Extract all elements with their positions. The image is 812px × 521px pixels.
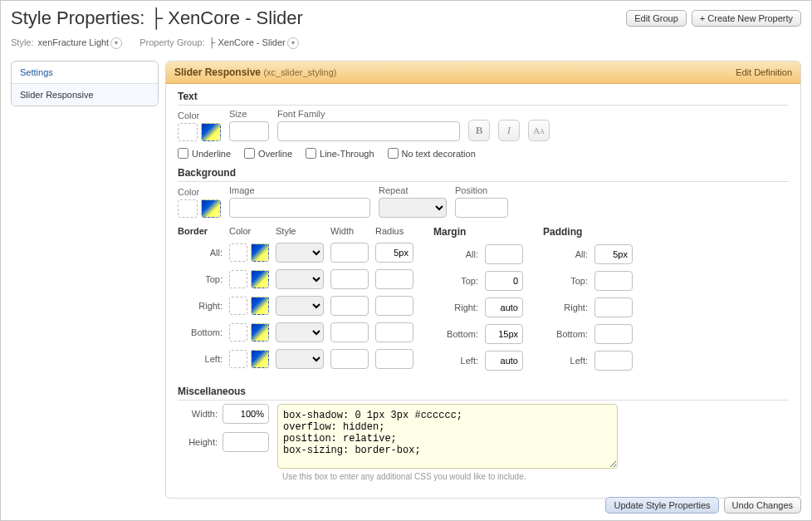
main-panel: Slider Responsive (xc_slider_styling) Ed… — [165, 61, 801, 499]
margin-all-input[interactable] — [485, 244, 523, 264]
smallcaps-button[interactable]: AA — [528, 120, 550, 141]
border-right-width[interactable] — [330, 296, 369, 316]
group-value[interactable]: ├ XenCore - Slider▾ — [209, 37, 299, 47]
bg-repeat-select[interactable] — [379, 198, 447, 218]
sidebar: Settings Slider Responsive — [11, 61, 159, 106]
bg-position-input[interactable] — [455, 198, 508, 218]
border-bottom-color[interactable] — [229, 323, 247, 342]
margin-left-input[interactable] — [485, 351, 523, 371]
misc-heading: Miscellaneous — [178, 386, 789, 401]
height-input[interactable] — [223, 432, 269, 452]
bg-image-label: Image — [229, 185, 370, 195]
border-all-radius[interactable] — [375, 243, 413, 263]
padding-bottom-input[interactable] — [594, 324, 633, 344]
margin-top-input[interactable] — [485, 271, 523, 291]
border-bottom-label: Bottom: — [178, 327, 223, 337]
padding-right-input[interactable] — [594, 297, 633, 317]
border-right-radius[interactable] — [375, 296, 413, 316]
bg-color-swatch[interactable] — [178, 199, 198, 218]
chevron-down-icon[interactable]: ▾ — [110, 37, 122, 49]
color-picker-icon[interactable] — [201, 123, 221, 141]
color-picker-icon[interactable] — [251, 243, 269, 262]
border-top-color[interactable] — [229, 270, 247, 288]
padding-all-label: All: — [543, 249, 588, 259]
border-all-style[interactable] — [276, 243, 324, 263]
create-property-button[interactable]: + Create New Property — [692, 10, 801, 27]
font-family-input[interactable] — [277, 121, 460, 141]
group-label: Property Group: — [139, 37, 204, 47]
no-decoration-checkbox[interactable]: No text decoration — [388, 148, 476, 159]
margin-bottom-input[interactable] — [485, 324, 523, 344]
panel-title: Slider Responsive — [174, 66, 261, 78]
border-all-color[interactable] — [229, 243, 247, 262]
border-right-label: Right: — [178, 301, 223, 311]
border-radius-hdr: Radius — [375, 226, 413, 236]
update-button[interactable]: Update Style Properties — [605, 497, 718, 514]
margin-all-label: All: — [433, 249, 478, 259]
width-input[interactable] — [223, 404, 269, 424]
linethrough-checkbox[interactable]: Line-Through — [306, 148, 374, 159]
undo-button[interactable]: Undo Changes — [724, 497, 801, 514]
margin-heading: Margin — [433, 226, 466, 238]
bg-color-label: Color — [178, 187, 221, 197]
margin-right-label: Right: — [433, 302, 478, 312]
panel-slug: (xc_slider_styling) — [263, 67, 336, 77]
border-left-width[interactable] — [330, 349, 369, 369]
background-heading: Background — [178, 167, 789, 182]
style-label: Style: — [11, 37, 34, 47]
height-label: Height: — [178, 437, 218, 447]
overline-checkbox[interactable]: Overline — [244, 148, 292, 159]
color-picker-icon[interactable] — [251, 323, 269, 342]
text-color-swatch[interactable] — [178, 123, 198, 141]
edit-group-button[interactable]: Edit Group — [626, 10, 687, 27]
bg-repeat-label: Repeat — [379, 185, 447, 195]
bg-image-input[interactable] — [229, 198, 370, 218]
border-top-radius[interactable] — [375, 269, 413, 289]
bold-button[interactable]: B — [468, 120, 490, 141]
border-all-label: All: — [178, 248, 223, 258]
padding-left-input[interactable] — [594, 351, 633, 371]
color-picker-icon[interactable] — [251, 297, 269, 315]
border-bottom-radius[interactable] — [375, 322, 413, 342]
margin-left-label: Left: — [433, 356, 478, 366]
padding-all-input[interactable] — [594, 244, 633, 264]
chevron-down-icon[interactable]: ▾ — [287, 37, 299, 49]
border-left-style[interactable] — [276, 349, 324, 369]
text-size-input[interactable] — [229, 121, 269, 141]
italic-button[interactable]: I — [498, 120, 520, 141]
edit-definition-link[interactable]: Edit Definition — [736, 67, 792, 77]
margin-bottom-label: Bottom: — [433, 329, 478, 339]
margin-right-input[interactable] — [485, 297, 523, 317]
width-label: Width: — [178, 409, 218, 419]
breadcrumb: Style: xenFracture Light▾ Property Group… — [1, 32, 811, 61]
border-right-color[interactable] — [229, 297, 247, 315]
border-bottom-width[interactable] — [330, 322, 369, 342]
style-value[interactable]: xenFracture Light▾ — [38, 37, 123, 47]
sidebar-item-slider-responsive[interactable]: Slider Responsive — [12, 84, 158, 106]
css-hint: Use this box to enter any additional CSS… — [282, 472, 789, 481]
page-title: Style Properties: ├ XenCore - Slider — [11, 7, 303, 29]
sidebar-item-settings[interactable]: Settings — [12, 61, 158, 84]
padding-top-input[interactable] — [594, 271, 633, 291]
border-right-style[interactable] — [276, 296, 324, 316]
extra-css-textarea[interactable] — [277, 404, 618, 469]
padding-left-label: Left: — [543, 356, 588, 366]
border-style-hdr: Style — [276, 226, 324, 236]
border-all-width[interactable] — [330, 243, 369, 263]
text-heading: Text — [178, 91, 789, 106]
padding-right-label: Right: — [543, 302, 588, 312]
border-bottom-style[interactable] — [276, 322, 324, 342]
border-top-style[interactable] — [276, 269, 324, 289]
border-left-color[interactable] — [229, 350, 247, 368]
color-picker-icon[interactable] — [251, 350, 269, 368]
bg-position-label: Position — [455, 185, 508, 195]
border-left-radius[interactable] — [375, 349, 413, 369]
border-width-hdr: Width — [330, 226, 369, 236]
color-picker-icon[interactable] — [201, 199, 221, 218]
underline-checkbox[interactable]: Underline — [178, 148, 231, 159]
border-top-width[interactable] — [330, 269, 369, 289]
border-heading: Border — [178, 226, 223, 236]
border-top-label: Top: — [178, 274, 223, 284]
padding-bottom-label: Bottom: — [543, 329, 588, 339]
color-picker-icon[interactable] — [251, 270, 269, 288]
